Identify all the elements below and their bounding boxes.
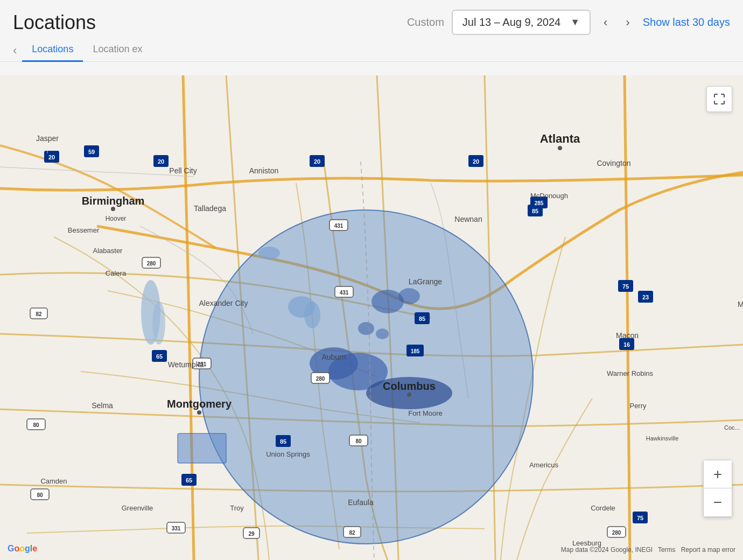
svg-text:431: 431	[340, 290, 349, 296]
svg-text:80: 80	[355, 438, 362, 444]
svg-text:75: 75	[637, 515, 643, 521]
map-attribution: Map data ©2024 Google, INEGI Terms Repor…	[561, 546, 735, 554]
svg-text:29: 29	[248, 531, 255, 537]
svg-text:Union Springs: Union Springs	[266, 450, 310, 458]
svg-text:Covington: Covington	[597, 159, 630, 167]
svg-point-16	[376, 328, 389, 339]
prev-period-button[interactable]: ‹	[598, 12, 613, 33]
svg-text:80: 80	[37, 492, 43, 498]
svg-text:85: 85	[419, 316, 425, 322]
svg-text:Troy: Troy	[230, 504, 244, 512]
expand-map-button[interactable]	[706, 86, 732, 112]
svg-text:59: 59	[88, 149, 95, 155]
svg-text:Macon: Macon	[616, 331, 639, 340]
svg-point-81	[197, 410, 201, 415]
svg-text:85: 85	[280, 438, 286, 445]
svg-text:431: 431	[334, 223, 344, 229]
report-link[interactable]: Report a map error	[681, 546, 735, 554]
zoom-in-button[interactable]: +	[704, 460, 732, 488]
svg-text:85: 85	[532, 208, 538, 214]
show-last-30-button[interactable]: Show last 30 days	[643, 16, 730, 29]
svg-text:16: 16	[623, 341, 630, 348]
svg-point-79	[111, 207, 115, 211]
google-logo: Google	[8, 544, 37, 554]
svg-text:McDonough: McDonough	[530, 192, 568, 200]
svg-text:280: 280	[147, 261, 156, 267]
svg-text:Americus: Americus	[529, 461, 559, 469]
svg-text:Anniston: Anniston	[249, 166, 278, 175]
svg-text:Alabaster: Alabaster	[93, 247, 123, 255]
svg-text:280: 280	[316, 376, 325, 382]
date-range-text: Jul 13 – Aug 9, 2024	[462, 16, 560, 29]
svg-text:75: 75	[622, 283, 629, 290]
zoom-controls: + −	[703, 460, 732, 517]
svg-point-15	[358, 322, 374, 335]
svg-point-77	[558, 146, 562, 150]
tab-locations[interactable]: Locations	[22, 39, 83, 62]
svg-text:20: 20	[314, 158, 320, 165]
svg-text:Jasper: Jasper	[36, 134, 59, 143]
svg-text:82: 82	[349, 530, 355, 536]
svg-point-14	[398, 288, 420, 304]
tab-row: ‹ Locations Location ex	[0, 35, 743, 62]
tab-location-ex[interactable]: Location ex	[83, 39, 152, 62]
header: Locations Custom Jul 13 – Aug 9, 2024 ▼ …	[0, 0, 743, 75]
svg-text:Auburn: Auburn	[321, 353, 346, 361]
svg-text:280: 280	[612, 530, 621, 536]
chevron-down-icon: ▼	[570, 17, 580, 28]
svg-text:Perry: Perry	[629, 402, 647, 410]
svg-text:20: 20	[158, 158, 164, 165]
svg-text:Newnan: Newnan	[454, 215, 482, 223]
svg-rect-8	[178, 433, 226, 463]
svg-text:Montgomery: Montgomery	[167, 398, 232, 410]
date-controls: Custom Jul 13 – Aug 9, 2024 ▼ ‹ › Show l…	[407, 10, 730, 35]
svg-text:Columbus: Columbus	[383, 380, 436, 392]
terms-link[interactable]: Terms	[658, 546, 676, 554]
svg-text:Selma: Selma	[92, 401, 113, 410]
svg-text:LaGrange: LaGrange	[409, 277, 442, 286]
svg-text:65: 65	[186, 477, 192, 484]
attribution-text: Map data ©2024 Google, INEGI	[561, 546, 653, 554]
svg-point-83	[407, 393, 411, 397]
svg-text:Greenville: Greenville	[122, 504, 153, 512]
svg-text:Hoover: Hoover	[106, 215, 127, 222]
title-row: Locations Custom Jul 13 – Aug 9, 2024 ▼ …	[0, 0, 743, 35]
svg-text:82: 82	[36, 311, 42, 317]
svg-text:Warner Robins: Warner Robins	[607, 369, 654, 377]
svg-text:Atlanta: Atlanta	[540, 132, 580, 145]
svg-text:M: M	[738, 300, 743, 309]
svg-text:Eufaula: Eufaula	[348, 498, 374, 507]
page-title: Locations	[13, 11, 398, 34]
svg-text:Camden: Camden	[40, 477, 67, 485]
svg-text:Pell City: Pell City	[169, 166, 197, 175]
svg-text:23: 23	[642, 294, 649, 300]
svg-text:Birmingham: Birmingham	[82, 195, 145, 207]
svg-text:65: 65	[156, 353, 163, 360]
svg-text:20: 20	[48, 154, 55, 160]
back-button[interactable]: ‹	[13, 44, 22, 58]
map-container[interactable]: 20 I 20 20 20 59 65 65 85 85 85 75 75 28…	[0, 75, 743, 560]
svg-text:Alexander City: Alexander City	[199, 299, 248, 307]
custom-label: Custom	[407, 16, 444, 29]
svg-text:I: I	[47, 150, 48, 154]
svg-text:Fort Moore: Fort Moore	[408, 409, 443, 417]
svg-point-13	[372, 290, 404, 313]
svg-text:185: 185	[411, 348, 420, 354]
svg-text:331: 331	[172, 526, 181, 531]
svg-text:Wetumpka: Wetumpka	[168, 360, 204, 369]
svg-text:Cordele: Cordele	[591, 504, 615, 512]
zoom-out-button[interactable]: −	[704, 488, 732, 516]
svg-text:Calera: Calera	[106, 269, 127, 277]
svg-text:Coc...: Coc...	[724, 424, 740, 431]
svg-text:285: 285	[535, 200, 544, 206]
svg-text:80: 80	[33, 422, 39, 428]
svg-text:Hawkinsville: Hawkinsville	[646, 435, 679, 442]
svg-text:Bessemer: Bessemer	[68, 226, 100, 234]
svg-point-2	[152, 302, 165, 345]
date-range-button[interactable]: Jul 13 – Aug 9, 2024 ▼	[452, 10, 591, 35]
next-period-button[interactable]: ›	[620, 12, 635, 33]
svg-text:20: 20	[473, 158, 479, 165]
svg-text:Talladega: Talladega	[194, 204, 226, 213]
